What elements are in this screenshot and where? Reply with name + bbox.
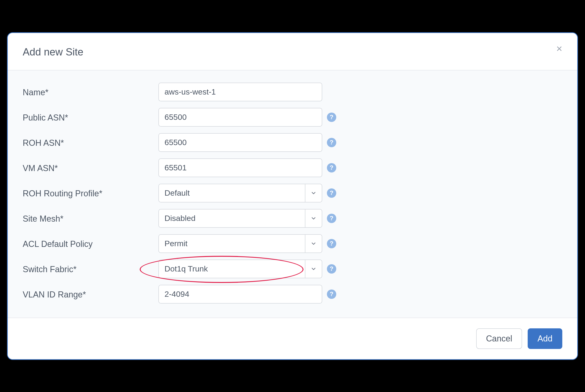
row-switch-fabric: Switch Fabric* Dot1q Trunk ? — [23, 260, 562, 278]
cancel-button[interactable]: Cancel — [476, 328, 522, 349]
label-vlan-range: VLAN ID Range* — [23, 289, 158, 300]
chevron-down-icon — [305, 260, 322, 278]
modal-footer: Cancel Add — [8, 318, 577, 359]
add-button[interactable]: Add — [528, 328, 562, 349]
modal-header: Add new Site × — [8, 33, 577, 70]
input-wrap-switch-fabric: Dot1q Trunk ? — [158, 260, 336, 278]
help-icon[interactable]: ? — [327, 290, 336, 299]
label-vm-asn: VM ASN* — [23, 162, 158, 173]
input-wrap-roh-asn: ? — [158, 133, 336, 152]
vlan-range-input[interactable] — [158, 285, 322, 304]
label-acl-policy: ACL Default Policy — [23, 238, 158, 249]
switch-fabric-value: Dot1q Trunk — [159, 260, 305, 278]
modal-body: Name* Public ASN* ? ROH ASN* ? VM ASN* — [8, 70, 577, 318]
help-icon[interactable]: ? — [327, 138, 336, 147]
row-roh-profile: ROH Routing Profile* Default ? — [23, 184, 562, 202]
label-roh-profile: ROH Routing Profile* — [23, 188, 158, 198]
site-mesh-select[interactable]: Disabled — [158, 209, 322, 228]
roh-profile-select[interactable]: Default — [158, 184, 322, 202]
input-wrap-vm-asn: ? — [158, 158, 336, 177]
close-icon: × — [556, 43, 562, 54]
name-input[interactable] — [158, 82, 322, 101]
row-site-mesh: Site Mesh* Disabled ? — [23, 209, 562, 228]
roh-profile-value: Default — [159, 184, 305, 202]
chevron-down-icon — [305, 210, 322, 227]
help-icon[interactable]: ? — [327, 239, 336, 248]
vm-asn-input[interactable] — [158, 158, 322, 177]
input-wrap-vlan-range: ? — [158, 285, 336, 304]
help-icon[interactable]: ? — [327, 163, 336, 172]
help-icon[interactable]: ? — [327, 188, 336, 198]
input-wrap-name — [158, 82, 322, 101]
label-site-mesh: Site Mesh* — [23, 213, 158, 224]
label-name: Name* — [23, 86, 158, 97]
acl-policy-value: Permit — [159, 235, 305, 252]
row-acl-policy: ACL Default Policy Permit ? — [23, 234, 562, 253]
input-wrap-acl-policy: Permit ? — [158, 234, 336, 253]
site-mesh-value: Disabled — [159, 210, 305, 227]
input-wrap-roh-profile: Default ? — [158, 184, 336, 202]
switch-fabric-select[interactable]: Dot1q Trunk — [158, 260, 322, 278]
acl-policy-select[interactable]: Permit — [158, 234, 322, 253]
close-button[interactable]: × — [554, 42, 564, 56]
row-vm-asn: VM ASN* ? — [23, 158, 562, 177]
chevron-down-icon — [305, 235, 322, 252]
row-public-asn: Public ASN* ? — [23, 108, 562, 126]
input-wrap-public-asn: ? — [158, 108, 336, 126]
roh-asn-input[interactable] — [158, 133, 322, 152]
help-icon[interactable]: ? — [327, 264, 336, 274]
add-site-modal: Add new Site × Name* Public ASN* ? ROH A… — [7, 32, 578, 360]
label-switch-fabric: Switch Fabric* — [23, 264, 158, 274]
label-public-asn: Public ASN* — [23, 112, 158, 123]
row-name: Name* — [23, 82, 562, 101]
chevron-down-icon — [305, 184, 322, 202]
input-wrap-site-mesh: Disabled ? — [158, 209, 336, 228]
help-icon[interactable]: ? — [327, 112, 336, 122]
row-roh-asn: ROH ASN* ? — [23, 133, 562, 152]
help-icon[interactable]: ? — [327, 214, 336, 223]
row-vlan-range: VLAN ID Range* ? — [23, 285, 562, 304]
modal-title: Add new Site — [23, 46, 83, 58]
label-roh-asn: ROH ASN* — [23, 137, 158, 148]
public-asn-input[interactable] — [158, 108, 322, 126]
